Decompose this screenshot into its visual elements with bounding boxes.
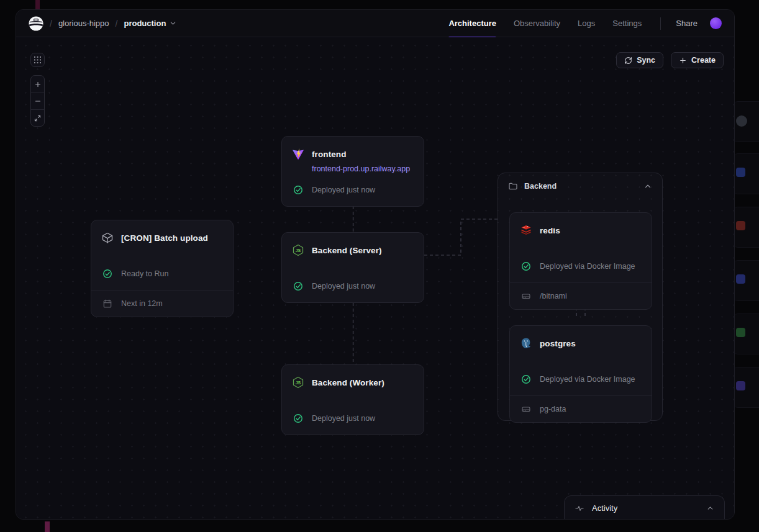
check-circle-icon xyxy=(293,281,303,291)
disk-icon xyxy=(521,291,531,301)
tab-settings[interactable]: Settings xyxy=(604,10,650,37)
railway-logo-icon[interactable] xyxy=(29,16,43,31)
minus-icon xyxy=(34,97,42,105)
background-service-ghost xyxy=(732,207,759,248)
environment-name: production xyxy=(124,19,166,28)
activity-label: Activity xyxy=(592,503,699,513)
group-header[interactable]: Backend xyxy=(498,173,662,191)
service-card-redis[interactable]: redis Deployed via Docker Image /bitnami xyxy=(509,212,652,310)
service-title: postgres xyxy=(540,339,576,348)
svg-text:JS: JS xyxy=(296,381,301,385)
service-status: Deployed via Docker Image xyxy=(540,262,635,271)
check-circle-icon xyxy=(293,185,303,195)
maximize-icon xyxy=(34,115,41,122)
background-service-ghost xyxy=(732,153,759,194)
background-decoration xyxy=(35,0,40,9)
zoom-controls xyxy=(30,75,45,127)
service-status: Deployed via Docker Image xyxy=(540,375,635,384)
service-status: Deployed just now xyxy=(312,282,375,291)
check-circle-icon xyxy=(521,374,531,384)
breadcrumb-separator: / xyxy=(116,19,118,29)
chevron-up-icon[interactable] xyxy=(643,182,652,191)
background-service-ghost xyxy=(732,313,759,354)
create-button[interactable]: Create xyxy=(671,52,724,68)
folder-icon xyxy=(508,181,518,191)
postgres-icon xyxy=(520,337,532,349)
create-label: Create xyxy=(691,56,716,65)
service-card-frontend[interactable]: frontend frontend-prod.up.railway.app De… xyxy=(281,136,424,207)
grid-dots-icon xyxy=(34,56,41,63)
breadcrumb-project[interactable]: glorious-hippo xyxy=(58,19,109,28)
chevron-up-icon[interactable] xyxy=(706,504,714,512)
check-circle-icon xyxy=(521,261,531,271)
tab-logs[interactable]: Logs xyxy=(569,10,604,37)
architecture-canvas[interactable]: Sync Create fron xyxy=(16,37,734,520)
plus-icon xyxy=(34,81,42,88)
service-title: Backend (Worker) xyxy=(312,378,384,387)
vite-icon xyxy=(292,148,304,160)
tab-architecture[interactable]: Architecture xyxy=(440,10,505,37)
chevron-down-icon xyxy=(169,19,177,27)
nodejs-icon: JS xyxy=(292,376,304,389)
service-title: [CRON] Batch upload xyxy=(121,233,208,243)
activity-panel[interactable]: Activity xyxy=(564,495,725,520)
volume-path: pg-data xyxy=(540,405,566,413)
volume-row: pg-data xyxy=(510,395,652,422)
pulse-icon xyxy=(575,503,584,513)
zoom-out-button[interactable] xyxy=(31,92,44,109)
project-canvas-panel: / glorious-hippo / production Architectu… xyxy=(16,9,735,520)
redis-icon xyxy=(520,224,532,237)
service-card-backend-worker[interactable]: JS Backend (Worker) Deployed just now xyxy=(281,364,424,435)
tab-observability[interactable]: Observability xyxy=(505,10,569,37)
zoom-in-button[interactable] xyxy=(31,76,44,92)
avatar[interactable] xyxy=(710,17,722,29)
cron-next-run: Next in 12m xyxy=(121,299,163,308)
plus-icon xyxy=(679,56,687,65)
service-title: redis xyxy=(540,226,560,235)
service-status: Deployed just now xyxy=(312,186,375,194)
service-status: Deployed just now xyxy=(312,414,375,423)
breadcrumb-separator: / xyxy=(50,19,52,29)
service-card-cron[interactable]: [CRON] Batch upload Ready to Run Next in… xyxy=(91,220,234,317)
layout-grid-button[interactable] xyxy=(30,53,45,67)
service-card-postgres[interactable]: postgres Deployed via Docker Image pg-da… xyxy=(509,325,652,423)
service-domain-link[interactable]: frontend-prod.up.railway.app xyxy=(312,165,414,173)
service-card-backend-server[interactable]: JS Backend (Server) Deployed just now xyxy=(281,232,424,303)
check-circle-icon xyxy=(102,269,112,279)
cube-icon xyxy=(101,232,114,244)
sync-button[interactable]: Sync xyxy=(616,52,663,68)
group-title: Backend xyxy=(524,182,637,191)
top-navbar: / glorious-hippo / production Architectu… xyxy=(16,10,734,37)
background-decoration xyxy=(45,521,50,532)
disk-icon xyxy=(521,404,531,414)
volume-row: /bitnami xyxy=(510,282,652,309)
service-group-backend[interactable]: Backend redis xyxy=(498,173,663,421)
nav-divider xyxy=(660,17,661,30)
service-title: Backend (Server) xyxy=(312,246,382,255)
canvas-toolbar: Sync Create xyxy=(616,52,724,68)
sync-label: Sync xyxy=(637,56,655,65)
refresh-icon xyxy=(624,56,632,65)
share-button[interactable]: Share xyxy=(670,19,704,28)
background-service-ghost xyxy=(732,101,759,142)
nodejs-icon: JS xyxy=(292,244,304,256)
service-status: Ready to Run xyxy=(121,269,168,278)
check-circle-icon xyxy=(293,413,303,423)
volume-path: /bitnami xyxy=(540,292,567,300)
service-title: frontend xyxy=(312,150,347,159)
cron-schedule-row: Next in 12m xyxy=(91,290,233,317)
svg-text:JS: JS xyxy=(296,248,301,253)
calendar-icon xyxy=(102,299,112,309)
fit-view-button[interactable] xyxy=(31,109,44,126)
background-service-ghost xyxy=(732,367,759,408)
background-service-ghost xyxy=(732,260,759,301)
environment-selector[interactable]: production xyxy=(124,19,177,28)
